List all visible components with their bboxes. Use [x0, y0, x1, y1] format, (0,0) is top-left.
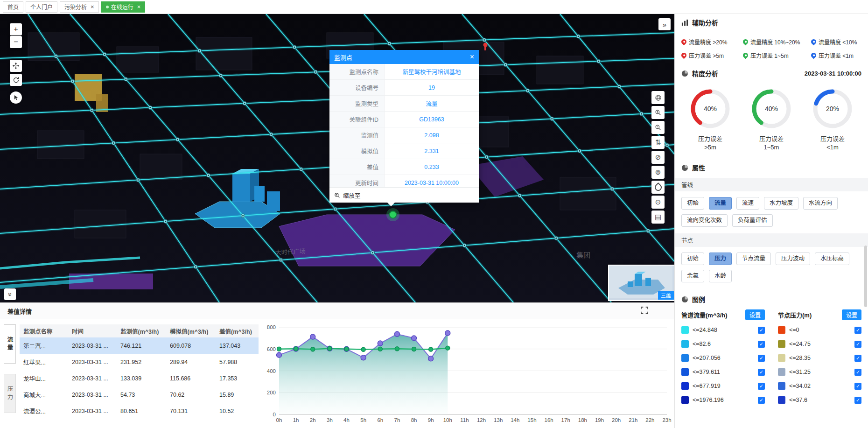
property-buttons: 初始流量流速水力坡度水流方向流向变化次数负荷量评估	[675, 191, 868, 228]
tab-个人门户[interactable]: 个人门户	[26, 1, 57, 13]
tab-在线运行[interactable]: 在线运行×	[101, 1, 146, 13]
panel-scrollbar[interactable]	[864, 246, 867, 307]
pin-legend-label: 压力误差 <1m	[819, 51, 854, 59]
legend-column-title: 节点压力(m)	[778, 310, 812, 319]
swap-vertical-icon[interactable]: ⇅	[651, 136, 665, 149]
popup-row-label: 监测值	[329, 127, 385, 143]
tab-close-icon[interactable]: ×	[91, 4, 94, 10]
magnifier-icon	[334, 192, 340, 198]
zoom-out-button[interactable]: −	[10, 36, 22, 48]
svg-text:12h: 12h	[477, 417, 486, 423]
property-button-流速[interactable]: 流速	[736, 197, 759, 210]
property-button-水压标高[interactable]: 水压标高	[815, 253, 849, 265]
collapse-bottom-panel-button[interactable]: »	[4, 288, 16, 300]
popup-row-label: 更新时间	[329, 175, 385, 187]
monitor-point-marker[interactable]	[390, 211, 397, 218]
legend-value-label: <=677.919	[693, 383, 721, 389]
map-street-label-2: 集团	[576, 251, 590, 259]
legend-item: <=37.6✓	[778, 393, 861, 407]
gauge-label-line2: >5m	[698, 143, 722, 152]
legend-checkbox[interactable]: ✓	[758, 369, 765, 376]
table-row[interactable]: 龙华山...2023-03-31 ...133.039115.68617.353	[20, 370, 259, 386]
difference-detail-panel: 差值详情 流量压力 监测点名称时间监测值(m^3/h)模拟值(m^3/h)差值(…	[0, 302, 674, 428]
properties-section-header: 属性	[675, 163, 868, 172]
rotate-button[interactable]	[10, 74, 22, 86]
map-3d-view[interactable]: 大时代广场 集团 +− 监测点 × 监测点名称新星驾校干河培训基地设备编号19监…	[0, 14, 674, 302]
legend-checkbox[interactable]: ✓	[854, 397, 861, 404]
legend-title: 图例	[692, 295, 705, 304]
close-icon[interactable]: ×	[470, 53, 474, 61]
legend-checkbox[interactable]: ✓	[854, 327, 861, 334]
legend-checkbox[interactable]: ✓	[758, 397, 765, 404]
property-button-水力坡度[interactable]: 水力坡度	[764, 197, 798, 210]
zoom-out-icon[interactable]	[651, 121, 665, 134]
legend-checkbox[interactable]: ✓	[758, 355, 765, 362]
map-pin-icon	[810, 52, 818, 59]
tab-首页[interactable]: 首页	[3, 1, 23, 13]
legend-checkbox[interactable]: ✓	[758, 327, 765, 334]
property-button-负荷量评估[interactable]: 负荷量评估	[732, 214, 773, 227]
settings-button[interactable]: 设置	[842, 309, 861, 320]
earth-icon[interactable]	[651, 91, 665, 104]
popup-row-label: 模拟值	[329, 143, 385, 159]
disabled-circle-icon[interactable]: ⊘	[651, 151, 665, 164]
pointer-button[interactable]	[10, 91, 22, 104]
table-row[interactable]: 第二汽...2023-03-31 ...746.121609.078137.04…	[20, 337, 259, 354]
difference-detail-header: 差值详情	[0, 303, 674, 319]
droplet-icon[interactable]	[651, 181, 665, 194]
layers-icon[interactable]: ▤	[651, 210, 665, 224]
property-button-压力[interactable]: 压力	[709, 253, 732, 265]
tab-bar: 首页个人门户污染分析×在线运行×	[0, 0, 868, 14]
legend-checkbox[interactable]: ✓	[758, 383, 765, 390]
legend-checkbox[interactable]: ✓	[854, 383, 861, 390]
minimap[interactable]: 三维	[608, 265, 674, 301]
table-row[interactable]: 流潭公...2023-03-31 ...80.65170.13110.52	[20, 403, 259, 419]
gauge-ring: 40%	[689, 87, 732, 130]
accuracy-timestamp: 2023-03-31 10:00:00	[805, 70, 861, 77]
property-button-节点流量[interactable]: 节点流量	[736, 253, 771, 265]
table-cell: 746.121	[117, 343, 166, 349]
fullscreen-icon[interactable]	[641, 307, 648, 316]
zoom-in-icon[interactable]	[651, 106, 665, 119]
sphere-icon[interactable]: ⊚	[651, 166, 665, 179]
popup-row-value-link[interactable]: 新星驾校干河培训基地	[385, 64, 479, 79]
property-button-初始[interactable]: 初始	[681, 197, 704, 210]
table-row[interactable]: 商城大...2023-03-31 ...54.7370.6215.89	[20, 386, 259, 403]
property-button-压力波动[interactable]: 压力波动	[776, 253, 810, 265]
property-button-流向变化次数[interactable]: 流向变化次数	[681, 214, 728, 227]
tab-close-icon[interactable]: ×	[137, 4, 141, 10]
pie-icon	[681, 70, 688, 77]
pin-legend-label: 压力误差 1~5m	[750, 51, 789, 59]
legend-item: <=0✓	[778, 323, 861, 337]
pan-button[interactable]	[10, 60, 22, 72]
collapse-right-panel-button[interactable]: »	[658, 18, 671, 30]
property-button-余氯[interactable]: 余氯	[681, 270, 704, 282]
tab-active-dot	[106, 6, 109, 8]
table-cell: 15.89	[216, 392, 259, 398]
legend-checkbox[interactable]: ✓	[854, 355, 861, 362]
svg-text:800: 800	[267, 324, 276, 330]
legend-checkbox[interactable]: ✓	[854, 341, 861, 348]
accuracy-gauge: 20%压力误差<1m	[805, 87, 861, 152]
legend-checkbox[interactable]: ✓	[758, 341, 765, 348]
property-button-初始[interactable]: 初始	[681, 253, 704, 265]
locate-icon[interactable]: ⊙	[651, 196, 665, 209]
property-button-水流方向[interactable]: 水流方向	[803, 197, 838, 210]
zoom-in-button[interactable]: +	[10, 23, 22, 35]
gauge-label-line1: 压力误差	[698, 135, 722, 143]
property-button-水龄[interactable]: 水龄	[709, 270, 732, 282]
minimap-3d-label[interactable]: 三维	[658, 291, 674, 300]
table-row[interactable]: 红苹果...2023-03-31 ...231.952289.9457.988	[20, 354, 259, 370]
svg-text:0h: 0h	[276, 417, 282, 423]
property-button-流量[interactable]: 流量	[709, 197, 732, 210]
vtab-流量[interactable]: 流量	[4, 324, 16, 364]
tab-污染分析[interactable]: 污染分析×	[60, 1, 99, 13]
svg-text:13h: 13h	[494, 417, 503, 423]
legend-item: <=207.056✓	[681, 351, 765, 365]
popup-row-value: 0.233	[385, 159, 479, 175]
settings-button[interactable]: 设置	[745, 309, 765, 320]
legend-value-label: <=24.75	[789, 341, 811, 347]
zoom-to-button[interactable]: 缩放至	[329, 187, 479, 203]
legend-checkbox[interactable]: ✓	[854, 369, 861, 376]
vtab-压力[interactable]: 压力	[4, 374, 16, 413]
